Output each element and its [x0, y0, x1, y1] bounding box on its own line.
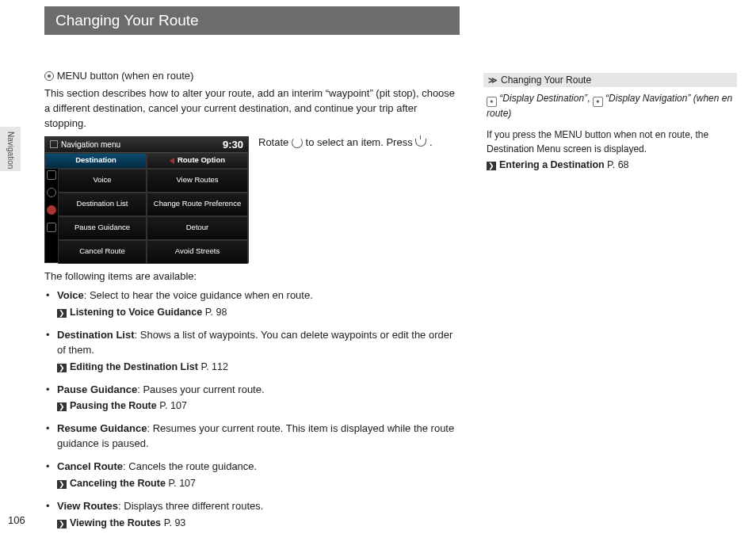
menu-button-text: MENU button (when en route) — [57, 70, 194, 82]
nav-menu-screenshot: Navigation menu 9:30 Destination Route O… — [44, 136, 249, 263]
nav-item-label: Voice — [93, 176, 111, 184]
section-header: Changing Your Route — [44, 6, 460, 35]
rotate-text-c: . — [430, 136, 433, 148]
item-name: Voice — [57, 289, 84, 301]
sidebar-title: Changing Your Route — [501, 74, 591, 86]
pause-icon — [47, 205, 56, 215]
xref-page: P. 107 — [159, 400, 187, 411]
xref-icon: ❯ — [57, 309, 67, 318]
xref-page: P. 98 — [205, 307, 227, 318]
nav-item-detour: Detour — [147, 216, 248, 240]
xref: ❯Editing the Destination List P. 112 — [57, 360, 460, 375]
speaker-icon — [47, 170, 56, 180]
item-name: Pause Guidance — [57, 383, 137, 395]
sidebar-body: ✦ “Display Destination”, ✦ “Display Navi… — [483, 87, 737, 177]
list-item: Resume Guidance: Resumes your current ro… — [44, 421, 460, 452]
nav-item-label: View Routes — [176, 176, 218, 184]
side-tab-label: Navigation — [6, 132, 15, 169]
voice-command-icon: ✦ — [593, 97, 603, 107]
intro-paragraph: This section describes how to alter your… — [44, 86, 460, 132]
list-item: Voice: Select to hear the voice guidance… — [44, 288, 460, 320]
nav-item-label: Destination List — [77, 200, 128, 208]
item-desc: : Select to hear the voice guidance when… — [84, 289, 313, 301]
nav-item-label: Change Route Preference — [154, 200, 241, 208]
nav-topbar: Navigation menu 9:30 — [45, 137, 248, 153]
main-column: MENU button (when en route) This section… — [44, 70, 460, 534]
nav-tab-route-option: Route Option — [147, 153, 248, 169]
xref-icon: ❯ — [57, 480, 67, 489]
rotate-text-a: Rotate — [258, 136, 292, 148]
nav-home-icon: Navigation menu — [50, 140, 120, 149]
item-name: View Routes — [57, 500, 118, 512]
xref: ❯Viewing the Routes P. 93 — [57, 516, 460, 531]
menu-button-icon — [44, 71, 54, 81]
voice-cmd-2: “Display Navigation” — [605, 93, 690, 104]
nav-tab-route-option-label: Route Option — [178, 156, 225, 164]
list-item: Cancel Route: Cancels the route guidance… — [44, 460, 460, 491]
arrow-left-icon — [170, 158, 174, 164]
press-button-icon — [415, 139, 426, 147]
nav-item-voice: Voice — [58, 169, 147, 193]
xref-page: P. 107 — [168, 478, 196, 489]
sidebar-note: If you press the MENU button when not en… — [487, 128, 734, 156]
nav-item-label: Cancel Route — [79, 247, 125, 255]
xref-title: Viewing the Routes — [70, 517, 161, 528]
xref-title: Listening to Voice Guidance — [70, 307, 202, 318]
nav-item-change-route-pref: Change Route Preference — [147, 193, 248, 216]
nav-clock: 9:30 — [223, 139, 243, 151]
item-desc: : Cancels the route guidance. — [123, 460, 257, 472]
rotate-text-b: to select an item. Press — [306, 136, 416, 148]
xref-page: P. 68 — [607, 159, 629, 170]
list-item: Pause Guidance: Pauses your current rout… — [44, 383, 460, 414]
following-items-label: The following items are available: — [44, 269, 460, 284]
xref-title: Canceling the Route — [70, 478, 166, 489]
xref-icon: ❯ — [57, 402, 67, 411]
section-title: Changing Your Route — [55, 12, 199, 29]
list-item: View Routes: Displays three different ro… — [44, 499, 460, 531]
xref: ❯Pausing the Route P. 107 — [57, 399, 460, 414]
side-tab: Navigation — [0, 127, 21, 171]
item-desc: : Displays three different routes. — [118, 500, 263, 512]
xref-page: P. 112 — [200, 361, 228, 372]
nav-item-pause-guidance: Pause Guidance — [58, 216, 147, 240]
sidebar-xref: ❯Entering a Destination P. 68 — [487, 158, 734, 172]
voice-cmd-1: “Display Destination” — [499, 93, 587, 104]
item-name: Destination List — [57, 329, 135, 341]
xref-icon: ❯ — [57, 364, 67, 372]
xref: ❯Canceling the Route P. 107 — [57, 476, 460, 491]
xref-page: P. 93 — [164, 517, 186, 528]
sidebar-header: ≫ Changing Your Route — [483, 73, 737, 87]
rotary-dial-icon — [292, 137, 303, 148]
voice-sep: , — [587, 93, 593, 104]
double-chevron-icon: ≫ — [488, 75, 498, 86]
item-desc: : Pauses your current route. — [137, 383, 264, 395]
list-icon — [47, 188, 56, 197]
sidebar-column: ≫ Changing Your Route ✦ “Display Destina… — [483, 73, 737, 177]
xref: ❯Listening to Voice Guidance P. 98 — [57, 305, 460, 320]
nav-item-cancel-route: Cancel Route — [58, 240, 147, 264]
item-name: Resume Guidance — [57, 422, 147, 434]
items-list: Voice: Select to hear the voice guidance… — [44, 288, 460, 530]
voice-commands-line: ✦ “Display Destination”, ✦ “Display Navi… — [487, 92, 734, 120]
nav-item-destination-list: Destination List — [58, 193, 147, 216]
item-name: Cancel Route — [57, 460, 123, 472]
nav-item-view-routes: View Routes — [147, 169, 248, 193]
page-number: 106 — [8, 514, 25, 526]
list-item: Destination List: Shows a list of waypoi… — [44, 328, 460, 375]
nav-item-label: Detour — [186, 223, 209, 231]
nav-left-iconbar — [47, 170, 56, 232]
nav-item-avoid-streets: Avoid Streets — [147, 240, 248, 264]
nav-tab-destination: Destination — [45, 153, 147, 169]
xref-title: Editing the Destination List — [70, 361, 198, 372]
rotate-instruction: Rotate to select an item. Press . — [258, 136, 460, 148]
screenshot-row: Navigation menu 9:30 Destination Route O… — [44, 136, 460, 263]
nav-tab-destination-label: Destination — [75, 156, 116, 164]
voice-command-icon: ✦ — [487, 97, 497, 107]
xref-icon: ❯ — [57, 520, 67, 528]
nav-title: Navigation menu — [61, 140, 120, 149]
nav-item-label: Pause Guidance — [74, 223, 130, 231]
xref-title: Entering a Destination — [499, 159, 605, 170]
menu-button-line: MENU button (when en route) — [44, 70, 460, 82]
nav-item-label: Avoid Streets — [175, 247, 220, 255]
xref-icon: ❯ — [487, 162, 496, 170]
